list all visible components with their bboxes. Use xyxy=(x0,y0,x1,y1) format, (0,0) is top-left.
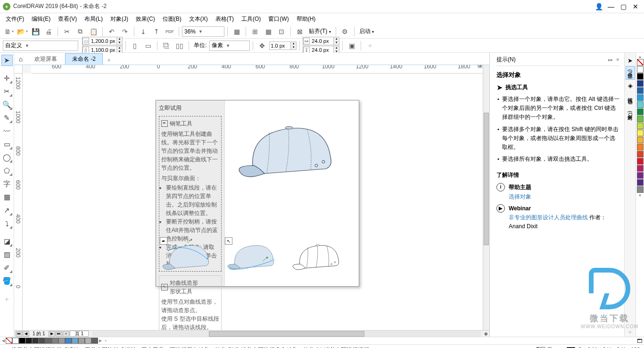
eyedropper-tool[interactable]: ✐ xyxy=(1,262,13,273)
color-swatch[interactable] xyxy=(78,338,85,344)
prev-page-button[interactable]: ◀ xyxy=(23,331,29,337)
color-swatch[interactable] xyxy=(45,338,52,344)
grid-button[interactable]: ▦ xyxy=(262,26,274,37)
minimize-button[interactable]: — xyxy=(605,1,617,12)
palette-right-button[interactable]: ▶ xyxy=(99,339,102,343)
copy-button[interactable]: ⧉ xyxy=(74,26,86,37)
print-button[interactable]: 🖨 xyxy=(42,26,55,37)
treat-as-filled-button[interactable]: ▣ xyxy=(346,40,358,51)
sidetab-objects[interactable]: 对象(O) xyxy=(626,108,635,121)
menu-table[interactable]: 表格(T) xyxy=(212,14,238,24)
color-swatch[interactable] xyxy=(91,338,98,344)
color-swatch[interactable] xyxy=(637,165,644,172)
color-swatch[interactable] xyxy=(637,186,644,193)
crop-tool[interactable]: ✂ xyxy=(1,86,13,97)
units-combo[interactable]: 像素▼ xyxy=(209,41,250,51)
no-color-swatch[interactable] xyxy=(637,59,644,66)
add-tool-button[interactable]: ＋ xyxy=(1,293,13,305)
paste-button[interactable]: 📋 xyxy=(87,26,99,37)
scrollbar-thumb[interactable] xyxy=(209,331,364,337)
horizontal-scrollbar[interactable] xyxy=(92,331,481,337)
menu-edit[interactable]: 编辑(E) xyxy=(28,14,54,24)
sidetab-layers-icon[interactable]: ⧉ xyxy=(626,98,635,107)
vertical-scrollbar[interactable] xyxy=(483,65,489,330)
menu-file[interactable]: 文件(F) xyxy=(2,14,28,24)
fullscreen-button[interactable]: ▦ xyxy=(231,26,243,37)
menu-layout[interactable]: 布局(L) xyxy=(81,14,107,24)
shape-tool[interactable]: ✛ xyxy=(1,73,13,84)
drawing-canvas[interactable]: 立即试用 ✒钢笔工具 使用钢笔工具创建曲线。将光标置于下一个节点的位置单击并拖动… xyxy=(23,74,489,330)
color-swatch[interactable] xyxy=(637,80,644,87)
welcome-tab[interactable]: 欢迎屏幕 xyxy=(27,53,64,65)
sidetab-cursor-icon[interactable]: ➤ xyxy=(626,56,635,65)
color-swatch[interactable] xyxy=(12,338,19,344)
last-page-button[interactable]: ⏭ xyxy=(56,331,62,337)
palette-down-button[interactable]: ▼ xyxy=(638,193,642,198)
docker-close-button[interactable]: ✕ xyxy=(616,57,619,62)
document-tab[interactable]: 未命名 -2 xyxy=(65,53,103,65)
docker-collapse-button[interactable]: ▸▸ xyxy=(608,57,613,62)
color-swatch[interactable] xyxy=(637,66,644,73)
sidetab-diamond-icon[interactable]: ◈ xyxy=(626,81,635,90)
fill-tool[interactable]: 🪣 xyxy=(1,275,13,287)
menu-help[interactable]: 帮助(H) xyxy=(293,14,320,24)
freehand-tool[interactable]: ✎ xyxy=(1,112,13,124)
export-button[interactable]: ⤒ xyxy=(150,26,163,37)
color-swatch[interactable] xyxy=(637,130,644,136)
color-swatch[interactable] xyxy=(637,116,644,122)
transparency-tool[interactable]: ▨ xyxy=(1,249,13,260)
first-page-button[interactable]: ⏮ xyxy=(16,331,22,337)
table-tool[interactable]: ▦ xyxy=(1,191,13,203)
add-toolbar-button[interactable]: ＋ xyxy=(364,40,376,51)
color-swatch[interactable] xyxy=(39,338,45,344)
menu-effects[interactable]: 效果(C) xyxy=(132,14,159,24)
palette-up-button[interactable]: ▲ xyxy=(638,55,642,59)
color-swatch[interactable] xyxy=(637,73,644,80)
save-button[interactable]: 💾 xyxy=(29,26,41,37)
palette-menu-button[interactable]: 🗔 xyxy=(637,338,642,344)
color-swatch[interactable] xyxy=(637,151,644,157)
color-swatch[interactable] xyxy=(58,338,65,344)
snap-dropdown[interactable]: 贴齐(T) ▾ xyxy=(307,27,333,35)
current-page-button[interactable]: ▯▯ xyxy=(173,40,186,51)
artistic-media-tool[interactable]: 〰 xyxy=(1,125,13,137)
color-swatch[interactable] xyxy=(637,108,644,115)
rectangle-tool[interactable]: ▭ xyxy=(1,139,13,150)
menu-window[interactable]: 窗口(W) xyxy=(264,14,292,24)
launch-dropdown[interactable]: 启动 ▾ xyxy=(357,27,376,35)
color-swatch[interactable] xyxy=(637,179,644,186)
close-button[interactable]: ✕ xyxy=(630,1,641,12)
add-page-button[interactable]: ＋ xyxy=(63,331,69,337)
scrollbar-thumb[interactable] xyxy=(484,113,489,245)
portrait-button[interactable]: ▯ xyxy=(129,40,141,51)
sidetab-properties[interactable]: 属性 xyxy=(626,91,635,97)
add-tab-button[interactable]: ＋ xyxy=(104,55,114,65)
menu-bitmap[interactable]: 位图(B) xyxy=(159,14,185,24)
user-icon[interactable]: 👤 xyxy=(593,1,604,12)
nudge-field[interactable]: ▲▼ xyxy=(269,41,297,50)
color-swatch[interactable] xyxy=(637,123,644,129)
palette-flyout-button[interactable]: » xyxy=(105,339,107,343)
ellipse-tool[interactable]: ◯ xyxy=(1,152,13,163)
color-swatch[interactable] xyxy=(637,158,644,165)
home-tab[interactable]: ⌂ xyxy=(14,53,27,65)
menu-object[interactable]: 对象(J) xyxy=(107,14,132,24)
new-button[interactable]: 🗎 xyxy=(3,26,15,37)
cut-button[interactable]: ✂ xyxy=(61,26,73,37)
menu-text[interactable]: 文本(X) xyxy=(185,14,212,24)
guides-button[interactable]: ⊡ xyxy=(275,26,288,37)
options-button[interactable]: ⚙ xyxy=(339,26,351,37)
import-button[interactable]: ⤓ xyxy=(137,26,149,37)
page-width-input[interactable] xyxy=(90,37,116,45)
color-swatch[interactable] xyxy=(637,101,644,108)
color-swatch[interactable] xyxy=(637,144,644,150)
color-swatch[interactable] xyxy=(637,172,644,179)
page-width-field[interactable]: ▭▲▼ xyxy=(82,37,123,45)
undo-button[interactable]: ↶ xyxy=(106,26,118,37)
pick-tool[interactable]: ➤ xyxy=(1,55,13,66)
snap-toggle-button[interactable]: ⊠ xyxy=(294,26,306,37)
dimension-tool[interactable]: ↗ xyxy=(1,205,13,216)
redo-button[interactable]: ↷ xyxy=(119,26,131,37)
color-swatch[interactable] xyxy=(637,87,644,94)
help-link[interactable]: 选择对象 xyxy=(509,193,531,200)
